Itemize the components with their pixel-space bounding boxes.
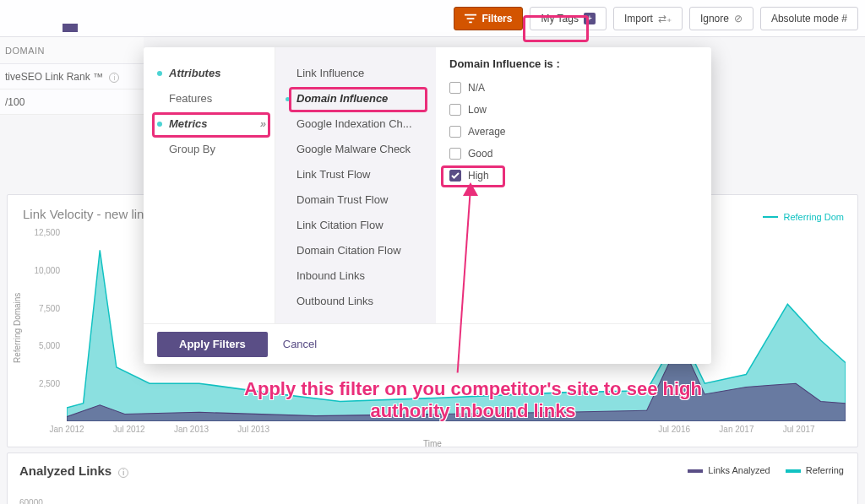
checkbox-icon[interactable] xyxy=(449,104,461,116)
x-ticks: Jan 2012Jul 2012Jan 2013Jul 2013Jul 2016… xyxy=(67,425,846,438)
metric-item[interactable]: Link Citation Flow xyxy=(286,213,436,238)
checkbox-icon[interactable] xyxy=(449,82,461,94)
filter-option-label: High xyxy=(468,170,489,182)
metric-item[interactable]: Domain Citation Flow xyxy=(286,238,436,263)
checkbox-icon[interactable] xyxy=(449,170,461,182)
category-features[interactable]: Features xyxy=(157,86,275,111)
checkbox-icon[interactable] xyxy=(449,148,461,160)
metric-item[interactable]: Outbound Links xyxy=(286,289,436,314)
analyzed-links-card: Analyzed Links i Links Analyzed Referrin… xyxy=(7,453,858,504)
plus-icon: + xyxy=(584,13,596,24)
info-icon[interactable]: i xyxy=(109,73,119,83)
ignore-label: Ignore xyxy=(700,13,729,24)
chart-legend: Referring Dom xyxy=(763,212,844,222)
apply-filters-button[interactable]: Apply Filters xyxy=(157,332,268,357)
summary-row: tiveSEO Link Rank ™ i xyxy=(0,64,144,89)
filter-option-label: Average xyxy=(468,126,505,138)
filters-button[interactable]: Filters xyxy=(454,7,523,30)
my-tags-label: My Tags xyxy=(541,13,578,24)
summary-heading: DOMAIN xyxy=(0,37,144,64)
metric-item[interactable]: Domain Influence xyxy=(286,86,436,111)
swatch-teal xyxy=(786,469,801,473)
annotation-callout: Apply this filter on you competitor's si… xyxy=(243,378,703,423)
y-axis-label: Referring Domains xyxy=(13,234,22,421)
filter-option[interactable]: Low xyxy=(449,99,698,121)
absolute-label: Absolute mode # xyxy=(771,13,847,24)
metric-item[interactable]: Link Trust Flow xyxy=(286,162,436,187)
metric-item[interactable]: Link Influence xyxy=(286,61,436,86)
filters-button-label: Filters xyxy=(481,13,512,24)
cancel-button[interactable]: Cancel xyxy=(283,338,317,350)
metric-item[interactable]: Domain Trust Flow xyxy=(286,187,436,213)
ignore-icon: ⊘ xyxy=(734,13,743,24)
analyzed-first-tick: 60000 xyxy=(19,498,43,504)
left-summary-panel: DOMAIN tiveSEO Link Rank ™ i /100 xyxy=(0,37,144,115)
filter-option-label: N/A xyxy=(468,82,485,94)
checkbox-icon[interactable] xyxy=(449,126,461,138)
filter-option[interactable]: N/A xyxy=(449,77,698,99)
category-attributes[interactable]: Attributes xyxy=(157,61,275,86)
filters-icon xyxy=(465,14,476,24)
absolute-mode-button[interactable]: Absolute mode # xyxy=(760,7,858,30)
ignore-button[interactable]: Ignore ⊘ xyxy=(689,7,753,30)
import-icon: ⇄₊ xyxy=(658,13,672,24)
category-group-by[interactable]: Group By xyxy=(157,137,275,162)
analyzed-legend: Links Analyzed Referring xyxy=(688,465,844,475)
filter-option[interactable]: Good xyxy=(449,143,698,165)
category-metrics[interactable]: Metrics» xyxy=(157,111,275,137)
metric-item[interactable]: Google Indexation Ch... xyxy=(286,111,436,137)
metric-item[interactable]: Inbound Links xyxy=(286,263,436,289)
filter-modal: Attributes Features Metrics» Group By Li… xyxy=(144,47,711,364)
link-velocity-title: Link Velocity - new lin xyxy=(23,207,144,222)
y-ticks: 12,50010,0007,5005,0002,500 xyxy=(31,232,60,421)
summary-value: /100 xyxy=(0,89,144,115)
filter-option-label: Good xyxy=(468,148,492,160)
annotation-arrow-head xyxy=(463,182,478,196)
chevron-right-icon: » xyxy=(260,111,266,137)
swatch-purple xyxy=(688,469,703,473)
filter-option[interactable]: High xyxy=(449,165,698,187)
import-button[interactable]: Import ⇄₊ xyxy=(613,7,683,30)
x-axis-label: Time xyxy=(423,439,442,448)
import-label: Import xyxy=(624,13,653,24)
filter-option[interactable]: Average xyxy=(449,121,698,143)
progress-segment xyxy=(63,24,78,32)
top-toolbar: Filters My Tags + Import ⇄₊ Ignore ⊘ Abs… xyxy=(0,0,865,37)
modal-footer: Apply Filters Cancel xyxy=(144,323,711,364)
summary-row-label: tiveSEO Link Rank ™ xyxy=(5,71,103,83)
info-icon[interactable]: i xyxy=(118,468,128,478)
metric-item[interactable]: Google Malware Check xyxy=(286,137,436,162)
filter-option-label: Low xyxy=(468,104,487,116)
metric-list-column: Link InfluenceDomain InfluenceGoogle Ind… xyxy=(275,47,436,323)
my-tags-button[interactable]: My Tags + xyxy=(530,7,606,30)
options-title: Domain Influence is : xyxy=(449,57,698,70)
filter-category-column: Attributes Features Metrics» Group By xyxy=(144,47,275,323)
